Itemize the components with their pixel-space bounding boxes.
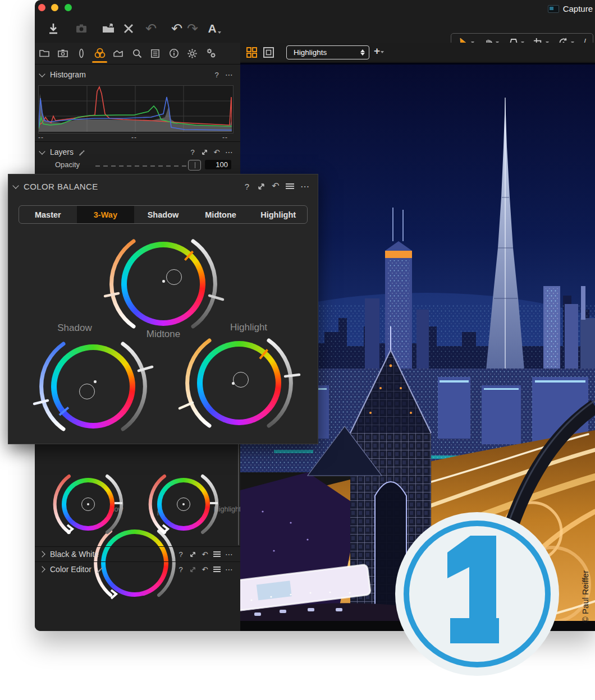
proof-view-button[interactable] — [263, 47, 274, 61]
help-icon[interactable]: ? — [177, 566, 185, 573]
midtone-wheel[interactable] — [121, 242, 205, 326]
tab-capture[interactable] — [53, 45, 72, 62]
tick-shadow: -- — [38, 133, 44, 141]
capture-one-logo — [394, 511, 560, 677]
folder-icon — [39, 48, 50, 59]
curve-icon — [112, 48, 124, 59]
highlight-wheel[interactable] — [197, 341, 281, 425]
preset-menu-icon[interactable] — [213, 567, 221, 572]
help-icon[interactable]: ? — [243, 182, 251, 191]
panel-title: Black & White — [50, 550, 99, 559]
expand-icon[interactable] — [257, 182, 266, 191]
capture-app-icon — [548, 5, 559, 13]
tab-adjustments[interactable] — [109, 45, 127, 62]
chevron-right-icon[interactable] — [39, 566, 45, 572]
add-recipe-button[interactable]: + — [374, 45, 384, 57]
annotations-icon: A — [208, 22, 216, 35]
import-button[interactable] — [45, 20, 62, 37]
delete-button[interactable] — [120, 20, 137, 37]
lens-icon — [76, 48, 87, 59]
zoom-window-button[interactable] — [65, 4, 72, 11]
chevron-down-icon[interactable] — [12, 182, 19, 188]
grid-icon — [246, 47, 258, 58]
opacity-slider-handle[interactable] — [188, 160, 201, 171]
tab-info[interactable] — [164, 45, 183, 62]
undo-icon: ↶ — [171, 22, 182, 35]
select-stepper-icon — [360, 49, 365, 56]
minimize-window-button[interactable] — [51, 4, 58, 11]
chevron-down-icon — [381, 51, 384, 53]
expand-icon[interactable] — [201, 149, 208, 156]
chevron-down-icon — [218, 31, 221, 34]
wheel-handle[interactable] — [79, 384, 95, 399]
tab-master[interactable]: Master — [19, 206, 77, 223]
layers-header[interactable]: Layers ? ↶ ⋯ — [35, 145, 240, 159]
tab-details[interactable] — [127, 45, 146, 62]
more-icon[interactable]: ⋯ — [225, 550, 234, 559]
tab-midtone[interactable]: Midtone — [192, 206, 250, 223]
annotations-button[interactable]: A — [206, 20, 223, 37]
chevron-down-icon[interactable] — [39, 148, 45, 154]
magnifier-icon — [131, 48, 143, 59]
sidebar-scrollbar[interactable] — [238, 443, 239, 545]
color-editor-panel[interactable]: Color Editor ? ↶ ⋯ — [35, 561, 240, 577]
color-balance-header[interactable]: COLOR BALANCE ? ↶ ⋯ — [8, 179, 318, 194]
wheel-handle[interactable] — [233, 372, 249, 388]
reset-icon[interactable]: ↶ — [201, 566, 209, 573]
more-icon[interactable]: ⋯ — [225, 565, 234, 574]
color-balance-floating-panel[interactable]: COLOR BALANCE ? ↶ ⋯ Master 3-Way Shadow … — [8, 174, 318, 444]
reset-icon[interactable]: ↶ — [272, 182, 280, 191]
tab-settings[interactable] — [183, 45, 202, 62]
histogram-plot — [38, 85, 234, 133]
tab-plugins[interactable] — [202, 45, 220, 62]
grid-view-button[interactable] — [246, 47, 258, 61]
recipe-select[interactable]: Highlights — [286, 45, 369, 59]
tab-library[interactable] — [35, 45, 53, 62]
help-icon[interactable]: ? — [177, 551, 185, 558]
more-icon[interactable]: ⋯ — [300, 181, 310, 192]
tab-metadata[interactable] — [146, 45, 164, 62]
export-button[interactable] — [100, 20, 117, 37]
gears-icon — [205, 47, 217, 59]
shadow-wheel[interactable] — [51, 344, 135, 429]
brush-icon[interactable] — [78, 149, 85, 156]
histogram-chart — [39, 86, 232, 132]
opacity-slider[interactable] — [95, 165, 189, 167]
black-white-panel[interactable]: Black & White ? ↶ ⋯ — [35, 546, 240, 562]
histogram-header[interactable]: Histogram ? ⋯ — [35, 67, 240, 82]
chevron-down-icon[interactable] — [39, 71, 45, 77]
chevron-right-icon[interactable] — [39, 551, 45, 557]
docked-shadow-wheel[interactable] — [62, 478, 115, 531]
wheel-handle-dot — [182, 503, 185, 505]
tab-color[interactable] — [90, 45, 109, 62]
opacity-value[interactable]: 100 — [205, 160, 231, 169]
more-icon[interactable]: ⋯ — [225, 148, 234, 156]
wheel-handle[interactable] — [166, 269, 182, 285]
expand-icon[interactable] — [189, 551, 196, 558]
preset-menu-icon[interactable] — [286, 183, 294, 189]
tab-3way[interactable]: 3-Way — [77, 206, 135, 223]
tab-shadow[interactable]: Shadow — [134, 206, 192, 223]
reset-icon[interactable]: ↶ — [201, 551, 209, 558]
expand-icon[interactable] — [189, 566, 196, 573]
x-icon — [122, 22, 135, 35]
reset-icon[interactable]: ↶ — [213, 149, 221, 156]
title-bar[interactable]: Capture — [35, 0, 595, 17]
tab-lens[interactable] — [72, 45, 90, 62]
help-icon[interactable]: ? — [189, 149, 196, 156]
brush-icon[interactable] — [96, 566, 103, 573]
undo-button[interactable]: ↶ — [168, 20, 185, 37]
revert-button[interactable]: ↶ — [143, 20, 159, 37]
preset-menu-icon[interactable] — [213, 551, 221, 557]
app-menu[interactable]: Capture — [548, 4, 593, 13]
close-window-button[interactable] — [38, 4, 45, 11]
docked-highlight-wheel[interactable] — [157, 478, 210, 531]
panel-title: Color Editor — [50, 565, 91, 574]
capture-button[interactable] — [73, 20, 90, 37]
tab-highlight[interactable]: Highlight — [249, 206, 307, 223]
help-icon[interactable]: ? — [213, 71, 221, 79]
more-icon[interactable]: ⋯ — [225, 70, 234, 79]
redo-button[interactable]: ↷ — [184, 20, 201, 37]
tick-mid: -- — [131, 133, 137, 141]
app-menu-label[interactable]: Capture — [563, 4, 593, 13]
